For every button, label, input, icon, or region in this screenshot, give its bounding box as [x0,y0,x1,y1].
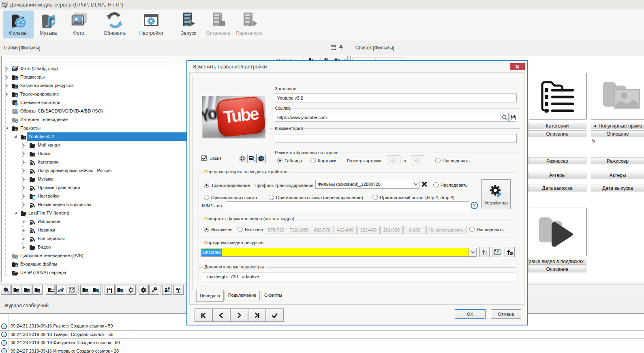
svg-text:?: ? [473,203,476,208]
